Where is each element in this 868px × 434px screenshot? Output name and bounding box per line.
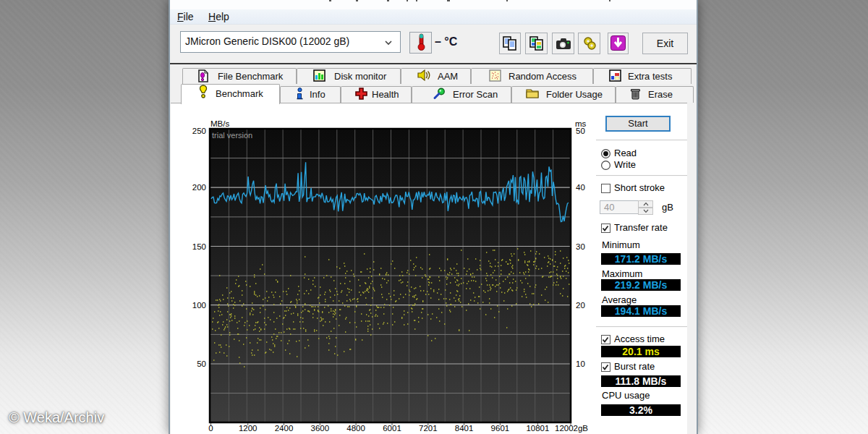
- svg-text:250: 250: [192, 127, 206, 135]
- svg-text:100: 100: [192, 301, 206, 310]
- svg-text:ms: ms: [575, 119, 587, 128]
- svg-text:MB/s: MB/s: [210, 119, 229, 128]
- svg-text:150: 150: [192, 242, 206, 251]
- svg-text:10: 10: [576, 359, 585, 368]
- svg-text:30: 30: [576, 242, 585, 251]
- svg-text:50: 50: [197, 359, 206, 368]
- svg-text:200: 200: [192, 183, 206, 192]
- svg-text:12002gB: 12002gB: [555, 424, 588, 433]
- svg-text:40: 40: [576, 183, 585, 192]
- svg-text:trial version: trial version: [212, 131, 252, 140]
- svg-text:20: 20: [576, 301, 585, 310]
